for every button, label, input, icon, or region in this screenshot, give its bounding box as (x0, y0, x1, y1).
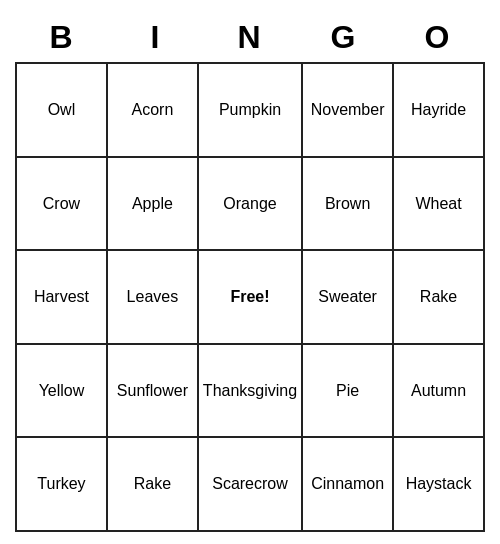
cell-r0-c3[interactable]: November (303, 64, 394, 158)
cell-text: Pie (336, 382, 359, 400)
cell-text: Pumpkin (219, 101, 281, 119)
cell-text: Orange (223, 195, 276, 213)
cell-r3-c0[interactable]: Yellow (17, 345, 108, 439)
header-letter: B (15, 12, 109, 62)
cell-text: Apple (132, 195, 173, 213)
cell-text: Sweater (318, 288, 377, 306)
header-letter: O (391, 12, 485, 62)
cell-r2-c2[interactable]: Free! (199, 251, 303, 345)
cell-r4-c3[interactable]: Cinnamon (303, 438, 394, 532)
cell-r2-c0[interactable]: Harvest (17, 251, 108, 345)
header-letter: G (297, 12, 391, 62)
bingo-grid: OwlAcornPumpkinNovemberHayrideCrowAppleO… (15, 62, 485, 532)
header-letter: N (203, 12, 297, 62)
cell-r0-c2[interactable]: Pumpkin (199, 64, 303, 158)
cell-text: Haystack (406, 475, 472, 493)
cell-r0-c4[interactable]: Hayride (394, 64, 485, 158)
bingo-header: BINGO (15, 12, 485, 62)
cell-r1-c2[interactable]: Orange (199, 158, 303, 252)
header-letter: I (109, 12, 203, 62)
cell-r1-c4[interactable]: Wheat (394, 158, 485, 252)
cell-text: Acorn (131, 101, 173, 119)
cell-text: Harvest (34, 288, 89, 306)
cell-text: Hayride (411, 101, 466, 119)
cell-text: Brown (325, 195, 370, 213)
cell-text: Turkey (37, 475, 85, 493)
cell-text: Sunflower (117, 382, 188, 400)
cell-r3-c4[interactable]: Autumn (394, 345, 485, 439)
cell-text: Autumn (411, 382, 466, 400)
cell-r1-c0[interactable]: Crow (17, 158, 108, 252)
cell-r3-c3[interactable]: Pie (303, 345, 394, 439)
cell-text: Thanksgiving (203, 382, 297, 400)
cell-r4-c2[interactable]: Scarecrow (199, 438, 303, 532)
cell-r2-c4[interactable]: Rake (394, 251, 485, 345)
cell-text: Rake (134, 475, 171, 493)
cell-r4-c1[interactable]: Rake (108, 438, 199, 532)
cell-text: Cinnamon (311, 475, 384, 493)
cell-text: November (311, 101, 385, 119)
cell-text: Yellow (39, 382, 85, 400)
cell-text: Wheat (415, 195, 461, 213)
cell-r3-c2[interactable]: Thanksgiving (199, 345, 303, 439)
cell-text: Free! (230, 288, 269, 306)
cell-text: Leaves (127, 288, 179, 306)
cell-text: Scarecrow (212, 475, 288, 493)
cell-text: Rake (420, 288, 457, 306)
cell-text: Owl (48, 101, 76, 119)
cell-r2-c3[interactable]: Sweater (303, 251, 394, 345)
cell-r1-c3[interactable]: Brown (303, 158, 394, 252)
cell-r0-c1[interactable]: Acorn (108, 64, 199, 158)
cell-r1-c1[interactable]: Apple (108, 158, 199, 252)
cell-r4-c4[interactable]: Haystack (394, 438, 485, 532)
cell-text: Crow (43, 195, 80, 213)
bingo-card: BINGO OwlAcornPumpkinNovemberHayrideCrow… (15, 12, 485, 532)
cell-r0-c0[interactable]: Owl (17, 64, 108, 158)
cell-r4-c0[interactable]: Turkey (17, 438, 108, 532)
cell-r2-c1[interactable]: Leaves (108, 251, 199, 345)
cell-r3-c1[interactable]: Sunflower (108, 345, 199, 439)
